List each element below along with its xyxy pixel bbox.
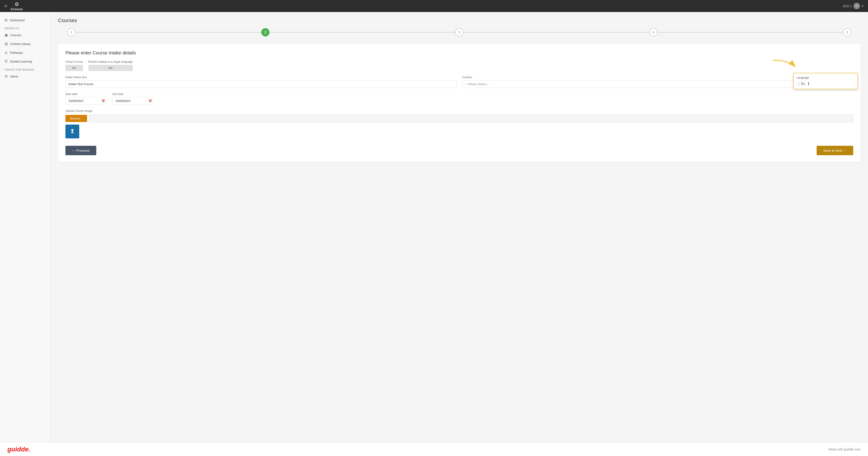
language-tag-en: × En: [797, 81, 807, 86]
step-line-2: [270, 32, 455, 32]
date-row: Start date 📅 End date 📅: [65, 92, 853, 105]
dashboard-icon: ⊞: [5, 18, 8, 22]
sidebar-item-dashboard[interactable]: ⊞ Dashboard ›: [0, 16, 51, 24]
virtual-course-toggle[interactable]: No: [65, 65, 83, 71]
sidebar-item-label: Dashboard: [10, 19, 25, 22]
sidebar-item-label: Content Library: [10, 42, 31, 46]
create-manage-section-label: CREATE AND MANAGE: [0, 66, 51, 72]
step-line-1: [75, 32, 261, 32]
footer: guidde. Made with guidde.com: [0, 442, 868, 456]
sidebar-item-label: Courses: [10, 33, 21, 37]
sidebar-item-label: Guided Learning: [10, 60, 32, 63]
intake-name-group: Intake Name (en): [65, 76, 457, 88]
nav-buttons: ← Previous Save & Next →: [65, 146, 853, 155]
footer-text: Made with guidde.com: [828, 448, 861, 451]
file-name-display: [89, 114, 853, 122]
upload-icon: [69, 128, 75, 135]
sidebar: ⊞ Dashboard › PRODUCTS ▣ Courses › ▤ Con…: [0, 12, 51, 442]
end-date-label: End date: [113, 92, 154, 96]
chevron-down-icon: ▾: [862, 4, 863, 8]
annotation-arrow: [770, 58, 798, 72]
hamburger-menu-icon[interactable]: ≡: [5, 4, 7, 8]
upload-group: Upload Course Image Browse...: [65, 109, 853, 138]
footer-logo: guidde.: [7, 446, 30, 453]
save-next-button[interactable]: Save & Next →: [817, 146, 853, 155]
step-3[interactable]: 3: [455, 28, 464, 36]
restrict-language-label: Restrict display to a single language: [89, 60, 133, 63]
app-logo: ⚙ Censeo: [11, 1, 23, 11]
upload-label: Upload Course Image: [65, 109, 853, 113]
sidebar-item-courses[interactable]: ▣ Courses ›: [0, 31, 51, 39]
virtual-course-label: Virtual Course: [65, 60, 83, 63]
chevron-right-icon: ›: [45, 19, 46, 22]
user-label: EDS 1: [843, 4, 851, 8]
start-date-input[interactable]: [65, 97, 107, 105]
name-country-row: Intake Name (en) Country -- Please Selec…: [65, 76, 853, 88]
restrict-language-toggle[interactable]: No: [89, 65, 133, 71]
language-tag-text: En: [801, 82, 805, 85]
sidebar-item-admin[interactable]: ⚙ Admin ›: [0, 72, 51, 81]
step-1[interactable]: 1: [67, 28, 75, 36]
step-5[interactable]: 5: [843, 28, 851, 36]
virtual-course-group: Virtual Course No: [65, 60, 83, 71]
page-title: Courses: [58, 18, 861, 24]
chevron-right-icon: ›: [45, 75, 46, 78]
avatar[interactable]: U: [854, 3, 860, 9]
products-section-label: PRODUCTS: [0, 24, 51, 31]
guided-learning-icon: ☰: [5, 59, 8, 63]
sidebar-item-label: Pathways: [10, 51, 23, 54]
calendar-icon: 📅: [148, 99, 152, 103]
browse-button[interactable]: Browse...: [65, 115, 87, 122]
app-name: Censeo: [11, 7, 23, 11]
sidebar-item-pathways[interactable]: ◎ Pathways ›: [0, 48, 51, 57]
sidebar-item-content-library[interactable]: ▤ Content Library ›: [0, 39, 51, 48]
intake-name-input[interactable]: [65, 80, 457, 88]
toggle-row: Virtual Course No Restrict display to a …: [65, 60, 853, 71]
upload-icon-button[interactable]: [65, 124, 79, 138]
end-date-input[interactable]: [113, 97, 154, 105]
end-date-group: End date 📅: [113, 92, 154, 105]
steps-indicator: 1 2 3 4 5: [58, 28, 861, 36]
language-remove-icon[interactable]: ×: [799, 82, 800, 85]
top-navigation: ≡ ⚙ Censeo EDS 1 U ▾: [0, 0, 868, 12]
intake-name-label: Intake Name (en): [65, 76, 457, 79]
step-line-3: [464, 32, 649, 32]
user-info[interactable]: EDS 1 U ▾: [843, 3, 863, 9]
chevron-right-icon: ›: [45, 42, 46, 45]
language-popup: Language × En: [793, 73, 858, 89]
sidebar-item-guided-learning[interactable]: ☰ Guided Learning ›: [0, 57, 51, 66]
main-content: Courses 1 2 3 4 5 Please ente: [51, 12, 868, 442]
content-library-icon: ▤: [5, 42, 8, 46]
courses-icon: ▣: [5, 33, 8, 37]
form-title: Please enter Course Intake details: [65, 50, 853, 56]
chevron-right-icon: ›: [45, 60, 46, 63]
sidebar-item-label: Admin: [10, 75, 19, 78]
upload-row: Browse...: [65, 114, 853, 122]
start-date-wrap: 📅: [65, 97, 107, 105]
end-date-wrap: 📅: [113, 97, 154, 105]
admin-icon: ⚙: [5, 74, 8, 79]
step-4[interactable]: 4: [649, 28, 657, 36]
start-date-label: Start date: [65, 92, 107, 96]
step-line-4: [657, 32, 843, 32]
calendar-icon: 📅: [101, 99, 105, 103]
form-card: Please enter Course Intake details Virtu…: [58, 44, 861, 162]
step-2[interactable]: 2: [261, 28, 270, 36]
chevron-right-icon: ›: [45, 51, 46, 54]
language-popup-label: Language: [797, 76, 855, 79]
start-date-group: Start date 📅: [65, 92, 107, 105]
pathways-icon: ◎: [5, 51, 8, 55]
restrict-language-group: Restrict display to a single language No: [89, 60, 133, 71]
chevron-right-icon: ›: [45, 34, 46, 36]
logo-icon: ⚙: [14, 1, 19, 7]
previous-button[interactable]: ← Previous: [65, 146, 96, 155]
text-cursor: [808, 82, 809, 85]
